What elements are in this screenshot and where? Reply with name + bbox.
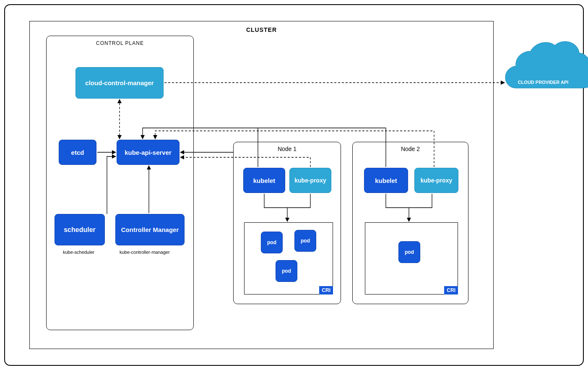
controller-manager-box: Controller Manager	[115, 214, 185, 245]
node2-kube-proxy-box: kube-proxy	[414, 168, 458, 193]
node1-pod-1: pod	[261, 232, 283, 253]
node2-pod-1: pod	[398, 241, 420, 263]
node1-pod-2: pod	[294, 230, 316, 252]
cloud-control-manager-box: cloud-control-manager	[75, 67, 164, 99]
node1-title: Node 1	[234, 146, 341, 152]
kube-api-server-box: kube-api-server	[117, 140, 180, 165]
node1-cri-container: CRI	[244, 222, 333, 294]
node1-kube-proxy-box: kube-proxy	[289, 168, 331, 193]
node2-cri-label: CRI	[444, 286, 458, 294]
control-plane-title: CONTROL PLANE	[47, 40, 193, 46]
node2-title: Node 2	[353, 146, 468, 152]
node1-pod-3: pod	[276, 260, 297, 282]
cluster-title: CLUSTER	[30, 26, 493, 33]
scheduler-box: scheduler	[55, 214, 105, 245]
controller-manager-caption: kube-controller-manager	[120, 250, 170, 255]
etcd-box: etcd	[59, 140, 96, 165]
node2-kubelet-box: kubelet	[364, 168, 408, 193]
node1-kubelet-box: kubelet	[243, 168, 285, 193]
node1-cri-label: CRI	[319, 286, 333, 294]
scheduler-caption: kube-scheduler	[63, 250, 94, 255]
